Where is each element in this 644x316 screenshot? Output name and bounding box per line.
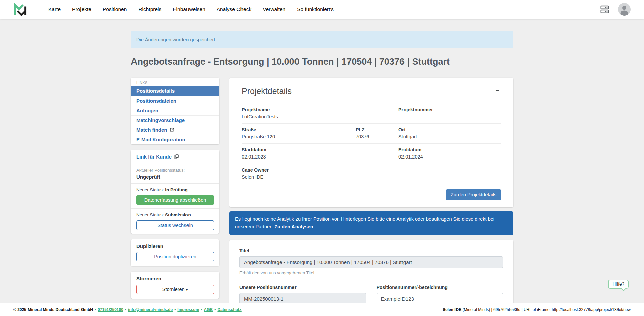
avatar-icon [618,3,631,16]
position-duplizieren-button[interactable]: Position duplizieren [136,252,214,261]
analytics-alert-text: Es liegt noch keine Analytik zu Ihrer Po… [235,216,494,229]
main-nav: Karte Projekte Positionen Richtpreis Ein… [48,6,334,12]
field-value: 02.01.2024 [398,154,501,160]
footer-left: © 2025 Mineral Minds Deutschland GmbH•07… [13,307,241,312]
user-avatar[interactable] [618,3,631,16]
links-header: LINKS [131,78,219,86]
agb-link[interactable]: AGB [204,307,213,312]
duplizieren-title: Duplizieren [136,243,214,249]
next-status-value-1: In Prüfung [165,187,188,192]
field-value: Selen IDE [241,174,398,180]
datenschutz-link[interactable]: Datenschutz [217,307,241,312]
nav-item-so-funktionierts[interactable]: So funktioniert's [297,6,334,12]
nav-item-analyse-check[interactable]: Analyse Check [217,6,251,12]
positionsnummer-label: Positionsnummer/-bezeichnung [377,285,503,290]
page-title: Angebotsanfrage - Entsorgung | 10.000 To… [131,57,513,72]
field-case-owner: Case Owner Selen IDE [241,167,398,180]
field-value: 02.01.2023 [241,154,398,160]
field-label: Straße [241,127,356,132]
copy-icon [174,154,179,159]
field-label: Startdatum [241,147,398,152]
footer-separator: • [201,307,202,312]
field-enddatum: Enddatum 02.01.2024 [398,147,501,160]
field-label: Ort [398,127,501,132]
field-ort: Ort Stuttgart [398,127,501,139]
field-value: - [398,114,501,119]
sidebar-item-email-konfiguration[interactable]: E-Mail Konfiguration [131,135,219,144]
stornieren-dropdown-button[interactable]: Stornieren▾ [136,285,214,294]
footer-separator: • [214,307,216,312]
zu-den-analysen-link[interactable]: Zu den Analysen [274,224,313,229]
page-container: Die Änderungen wurden gespeichert Angebo… [131,31,513,316]
status-card: Link für Kunde Aktueller Positionsstatus… [131,150,219,234]
titel-input [239,256,503,268]
nav-item-karte[interactable]: Karte [48,6,61,12]
main-content: Projektdetails − Projektname LotCreation… [229,78,513,316]
field-startdatum: Startdatum 02.01.2023 [241,147,398,160]
analytics-alert: Es liegt noch keine Analytik zu Ihrer Po… [229,211,513,235]
footer-separator: • [174,307,176,312]
link-fuer-kunde-label: Link für Kunde [136,154,172,160]
field-projektnummer: Projektnummer - [398,107,501,119]
nav-item-einbauweisen[interactable]: Einbauweisen [173,6,205,12]
current-status-label: Aktueller Positionsstatus: [136,168,214,173]
copyright-text: © 2025 Mineral Minds Deutschland GmbH [13,307,93,312]
nav-item-positionen[interactable]: Positionen [103,6,127,12]
nav-item-projekte[interactable]: Projekte [72,6,91,12]
mineral-minds-logo-icon[interactable] [13,3,28,16]
field-label: Case Owner [241,167,398,173]
links-card: LINKS Positionsdetails Positionsdateien … [131,78,219,144]
sidebar-item-anfragen[interactable]: Anfragen [131,106,219,115]
sidebar-item-matchingvorschlaege[interactable]: Matchingvorschläge [131,115,219,125]
impressum-link[interactable]: Impressum [177,307,199,312]
field-projektname: Projektname LotCreationTests [241,107,398,119]
field-label: PLZ [356,127,398,132]
field-value: 70376 [356,134,398,139]
next-status-prefix: Neuer Status: [136,187,164,192]
next-status-line-2: Neuer Status: Submission [136,212,214,217]
sidebar-item-label: Matchingvorschläge [136,117,185,123]
sidebar-item-label: Anfragen [136,108,158,113]
footer-user: Selen IDE [443,307,461,312]
field-value: Pragstraße 120 [241,134,356,139]
sidebar-item-label: Positionsdateien [136,98,176,104]
next-status-line-1: Neuer Status: In Prüfung [136,187,214,192]
footer-separator: • [95,307,96,312]
sidebar-item-match-finden[interactable]: Match finden [131,125,219,135]
phone-link[interactable]: 07151/250100 [98,307,123,312]
field-label: Enddatum [398,147,501,152]
duplizieren-card: Duplizieren Position duplizieren [131,239,219,266]
footer-separator: • [125,307,126,312]
projektdetails-card: Projektdetails − Projektname LotCreation… [229,78,513,207]
navbar: Karte Projekte Positionen Richtpreis Ein… [0,0,644,19]
nav-item-richtpreis[interactable]: Richtpreis [138,6,161,12]
field-label: Projektnummer [398,107,501,112]
sidebar-item-positionsdateien[interactable]: Positionsdateien [131,96,219,106]
hilfe-button[interactable]: Hilfe? [608,280,629,289]
next-status-prefix: Neuer Status: [136,212,164,217]
footer-session-info: Selen IDE (Mineral Minds) | 69576255536d… [443,307,631,312]
field-plz: PLZ 70376 [356,127,398,139]
external-link-icon [170,128,174,132]
positionsnummer-input[interactable] [377,293,503,305]
footer-session-details: (Mineral Minds) | 69576255536d | URL of … [461,307,631,312]
collapse-icon[interactable]: − [493,86,501,95]
status-wechseln-button[interactable]: Status wechseln [136,220,214,230]
field-value: LotCreationTests [241,114,398,119]
zu-den-projektdetails-button[interactable]: Zu den Projektdetails [446,189,501,200]
unsere-positionsnummer-input [239,293,366,305]
stornieren-title: Stornieren [136,276,214,281]
sidebar-item-label: Positionsdetails [136,88,175,94]
datenerfassung-abschliessen-button[interactable]: Datenerfassung abschließen [136,195,214,205]
nav-item-verwalten[interactable]: Verwalten [263,6,285,12]
sidebar-item-positionsdetails[interactable]: Positionsdetails [131,86,219,96]
email-link[interactable]: info@mineral-minds.de [128,307,173,312]
titel-group: Titel Erhält den von uns vorgegebenen Ti… [239,248,503,275]
link-fuer-kunde[interactable]: Link für Kunde [136,154,179,160]
projektdetails-title: Projektdetails [241,86,292,96]
titel-helper: Erhält den von uns vorgegebenen Titel. [239,270,503,275]
field-strasse: Straße Pragstraße 120 [241,127,356,139]
stornieren-card: Stornieren Stornieren▾ [131,272,219,299]
next-status-value-2: Submission [165,212,191,217]
server-icon[interactable] [600,4,610,14]
